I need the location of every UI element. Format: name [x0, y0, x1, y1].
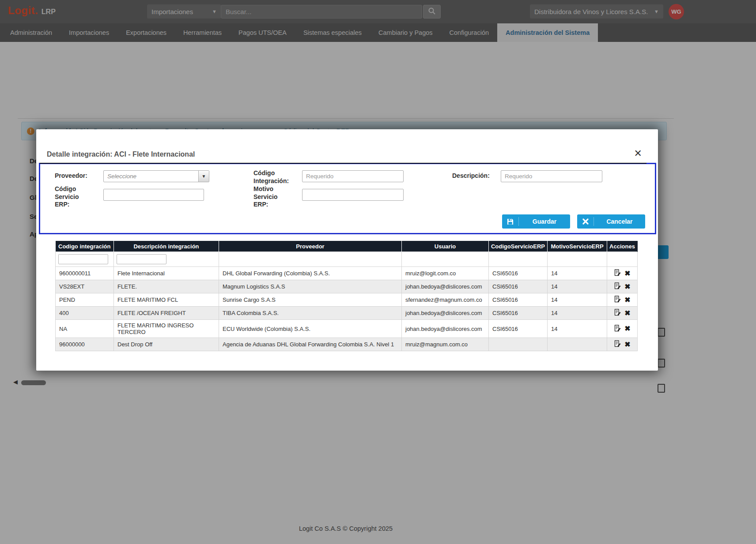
- table-row: PENDFLETE MARITIMO FCLSunrise Cargo S.A.…: [56, 293, 638, 307]
- codigo-servicio-erp-input[interactable]: [103, 189, 204, 201]
- cancel-icon: [577, 217, 594, 226]
- cell-codigo-erp: CSI65016: [489, 280, 548, 293]
- proveedor-select-value: Seleccione: [104, 173, 198, 180]
- table-row: VS28EXTFLETE.Magnum Logistics S.A.Sjohan…: [56, 280, 638, 293]
- cell-descripcion: FLETE /OCEAN FREIGHT: [114, 307, 219, 320]
- cell-acciones: ✖: [607, 338, 638, 351]
- cell-proveedor: ECU Worldwide (Colombia) S.A.S.: [219, 320, 402, 338]
- cell-descripcion: FLETE MARITIMO INGRESO TERCERO: [114, 320, 219, 338]
- cancel-button-label: Cancelar: [594, 218, 645, 225]
- cell-usuario: mruiz@logit.com.co: [402, 267, 489, 280]
- codigo-integracion-label: Código Integración:: [253, 169, 294, 185]
- column-header[interactable]: Usuario: [402, 241, 489, 252]
- cell-codigo-erp: CSI65016: [489, 267, 548, 280]
- edit-icon[interactable]: [614, 282, 621, 291]
- cell-acciones: ✖: [607, 280, 638, 293]
- filter-codigo-input[interactable]: [58, 254, 108, 264]
- cell-descripcion: FLETE MARITIMO FCL: [114, 293, 219, 307]
- modal-title: Detalle integración: ACI - Flete Interna…: [47, 150, 195, 158]
- cell-usuario: mruiz@magnum.com.co: [402, 338, 489, 351]
- cell-proveedor: Magnum Logistics S.A.S: [219, 280, 402, 293]
- cell-usuario: johan.bedoya@dislicores.com: [402, 307, 489, 320]
- cell-acciones: ✖: [607, 267, 638, 280]
- cell-proveedor: Agencia de Aduanas DHL Global Forwarding…: [219, 338, 402, 351]
- edit-icon[interactable]: [614, 296, 621, 304]
- cell-codigo: 9600000011: [56, 267, 114, 280]
- column-header[interactable]: CodigoServicioERP: [489, 241, 548, 252]
- modal-detalle-integracion: Detalle integración: ACI - Flete Interna…: [36, 129, 658, 371]
- delete-icon[interactable]: ✖: [624, 325, 630, 332]
- cell-usuario: johan.bedoya@dislicores.com: [402, 320, 489, 338]
- cell-acciones: ✖: [607, 320, 638, 338]
- delete-icon[interactable]: ✖: [624, 270, 630, 277]
- chevron-down-icon: ▼: [198, 171, 209, 182]
- cell-motivo-erp: 14: [548, 280, 607, 293]
- cell-motivo-erp: 14: [548, 293, 607, 307]
- close-icon[interactable]: ✕: [634, 149, 642, 158]
- motivo-servicio-erp-label: Motivo Servicio ERP:: [253, 185, 284, 209]
- cell-motivo-erp: 14: [548, 307, 607, 320]
- screen: Logit. LRP Importaciones ▼ Distribuidora…: [0, 0, 756, 544]
- table-row: 96000000Dest Drop OffAgencia de Aduanas …: [56, 338, 638, 351]
- cell-codigo-erp: CSI65016: [489, 293, 548, 307]
- edit-icon[interactable]: [614, 269, 621, 278]
- edit-icon[interactable]: [614, 325, 621, 333]
- table-row: 9600000011Flete InternacionalDHL Global …: [56, 267, 638, 280]
- column-header[interactable]: Acciones: [607, 241, 638, 252]
- integration-table-body: 9600000011Flete InternacionalDHL Global …: [56, 252, 638, 351]
- delete-icon[interactable]: ✖: [624, 310, 630, 317]
- cell-motivo-erp: 14: [548, 267, 607, 280]
- save-button-label: Guardar: [519, 218, 570, 225]
- save-button[interactable]: Guardar: [502, 214, 570, 229]
- edit-icon[interactable]: [614, 340, 621, 349]
- proveedor-select[interactable]: Seleccione ▼: [103, 170, 209, 182]
- proveedor-label: Proveedor:: [55, 172, 87, 180]
- cell-codigo-erp: CSI65016: [489, 307, 548, 320]
- integration-table: Codigo integraciónDescripción integració…: [55, 241, 638, 351]
- cell-proveedor: DHL Global Forwarding (Colombia) S.A.S.: [219, 267, 402, 280]
- cell-codigo: PEND: [56, 293, 114, 307]
- cell-proveedor: TIBA Colombia S.A.S.: [219, 307, 402, 320]
- delete-icon[interactable]: ✖: [624, 341, 630, 348]
- cell-descripcion: Flete Internacional: [114, 267, 219, 280]
- filter-row: [56, 252, 638, 267]
- cell-codigo: NA: [56, 320, 114, 338]
- codigo-servicio-erp-label: Código Servicio ERP:: [55, 185, 86, 209]
- delete-icon[interactable]: ✖: [624, 296, 630, 304]
- cell-codigo: 96000000: [56, 338, 114, 351]
- cell-usuario: sfernandez@magnum.com.co: [402, 293, 489, 307]
- edit-icon[interactable]: [614, 309, 621, 317]
- cell-usuario: johan.bedoya@dislicores.com: [402, 280, 489, 293]
- cell-proveedor: Sunrise Cargo S.A.S: [219, 293, 402, 307]
- delete-icon[interactable]: ✖: [624, 283, 630, 290]
- column-header[interactable]: Codigo integración: [56, 241, 114, 252]
- integration-table-head: Codigo integraciónDescripción integració…: [56, 241, 638, 252]
- column-header[interactable]: Descripción integración: [114, 241, 219, 252]
- cell-descripcion: Dest Drop Off: [114, 338, 219, 351]
- cell-codigo: VS28EXT: [56, 280, 114, 293]
- table-row: 400FLETE /OCEAN FREIGHTTIBA Colombia S.A…: [56, 307, 638, 320]
- modal-descripcion-label: Descripción:: [452, 172, 490, 180]
- cell-acciones: ✖: [607, 307, 638, 320]
- divider: [40, 163, 646, 164]
- motivo-servicio-erp-input[interactable]: [302, 189, 404, 201]
- header-row: Codigo integraciónDescripción integració…: [56, 241, 638, 252]
- save-icon: [502, 217, 519, 226]
- cell-motivo-erp: 14: [548, 320, 607, 338]
- cell-codigo: 400: [56, 307, 114, 320]
- column-header[interactable]: MotivoServicioERP: [548, 241, 607, 252]
- cell-acciones: ✖: [607, 293, 638, 307]
- modal-descripcion-input[interactable]: [501, 170, 602, 182]
- cell-codigo-erp: [489, 338, 548, 351]
- cell-codigo-erp: CSI65016: [489, 320, 548, 338]
- codigo-integracion-input[interactable]: [302, 170, 404, 182]
- cancel-button[interactable]: Cancelar: [577, 214, 645, 229]
- column-header[interactable]: Proveedor: [219, 241, 402, 252]
- cell-descripcion: FLETE.: [114, 280, 219, 293]
- table-row: NAFLETE MARITIMO INGRESO TERCEROECU Worl…: [56, 320, 638, 338]
- integration-form: Proveedor: Seleccione ▼ Código Integraci…: [39, 163, 656, 234]
- cell-motivo-erp: [548, 338, 607, 351]
- filter-descripcion-input[interactable]: [117, 254, 166, 264]
